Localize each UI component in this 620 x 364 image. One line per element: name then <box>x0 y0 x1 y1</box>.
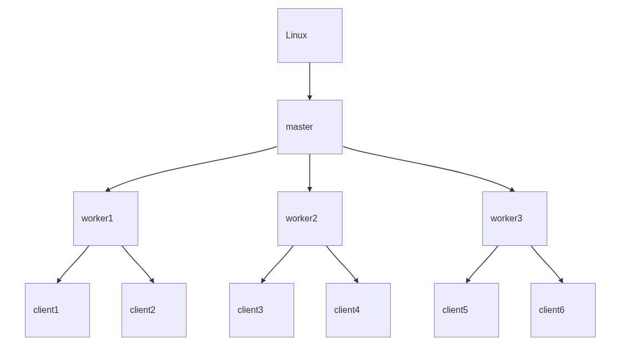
node-client5: client5 <box>434 283 499 337</box>
edge-worker3-client5 <box>466 246 498 283</box>
node-client2: client2 <box>122 283 186 337</box>
node-worker1: worker1 <box>73 191 138 246</box>
edge-worker2-client3 <box>261 246 293 283</box>
node-client4-label: client4 <box>334 305 360 315</box>
edge-worker3-client6 <box>531 246 563 283</box>
node-client6: client6 <box>531 283 596 337</box>
node-worker2-label: worker2 <box>286 214 317 224</box>
edge-worker2-client4 <box>326 246 358 283</box>
edge-worker1-client2 <box>122 246 154 283</box>
node-client5-label: client5 <box>442 305 468 315</box>
node-linux-label: Linux <box>286 31 307 41</box>
node-client4: client4 <box>326 283 391 337</box>
node-client6-label: client6 <box>539 305 564 315</box>
node-worker2: worker2 <box>278 191 342 246</box>
node-linux: Linux <box>278 8 342 63</box>
node-client2-label: client2 <box>130 305 155 315</box>
node-master-label: master <box>286 122 313 132</box>
edge-master-worker1 <box>105 146 277 191</box>
node-master: master <box>278 100 342 154</box>
edge-master-worker3 <box>343 146 515 191</box>
node-worker3-label: worker3 <box>491 214 522 224</box>
node-client1: client1 <box>25 283 90 337</box>
node-worker3: worker3 <box>482 191 547 246</box>
node-client3: client3 <box>229 283 294 337</box>
node-worker1-label: worker1 <box>82 214 113 224</box>
node-client3-label: client3 <box>238 305 263 315</box>
node-client1-label: client1 <box>33 305 59 315</box>
edge-worker1-client1 <box>57 246 89 283</box>
